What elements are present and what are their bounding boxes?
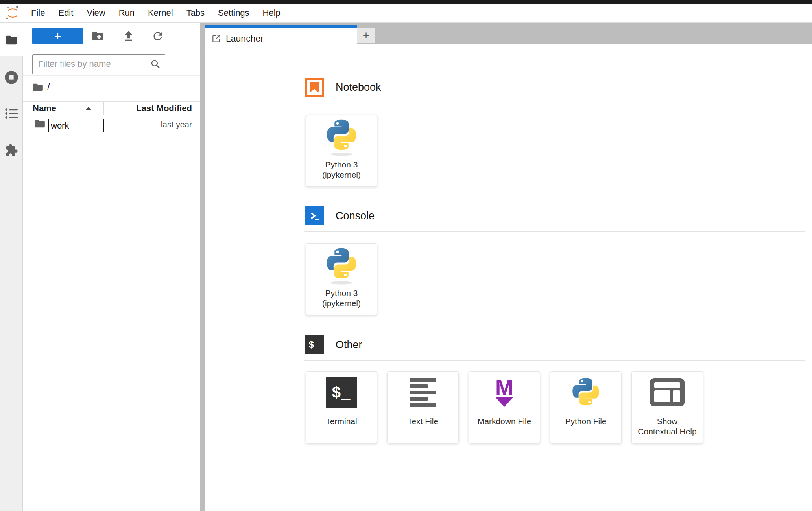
filter-files-input[interactable] (33, 55, 165, 74)
new-launcher-button[interactable]: + (32, 28, 83, 44)
file-browser-panel: + / Name (23, 23, 200, 511)
launcher-card-terminal[interactable]: $_ Terminal (306, 371, 377, 443)
sort-ascending-icon (85, 107, 92, 110)
refresh-icon[interactable] (151, 30, 164, 42)
console-icon (305, 206, 324, 225)
launcher-card-console-python3[interactable]: Python 3 (ipykernel) (306, 243, 377, 315)
folder-icon (5, 33, 18, 47)
directory-listing-header: Name Last Modified (23, 101, 200, 115)
markdown-icon: M (495, 378, 514, 407)
section-title: Other (336, 339, 362, 351)
card-label: Markdown File (478, 416, 531, 426)
section-divider (304, 360, 805, 361)
terminal-icon: $_ (305, 335, 324, 354)
window-chrome-strip (0, 0, 812, 4)
main-dock-panel: Launcher + Notebook (205, 23, 812, 511)
menu-help[interactable]: Help (256, 4, 287, 22)
section-title: Console (336, 210, 375, 222)
toolbar-divider (23, 75, 200, 76)
menu-bar: File Edit View Run Kernel Tabs Settings … (0, 4, 812, 23)
menu-view[interactable]: View (80, 4, 112, 22)
home-folder-icon[interactable] (32, 83, 43, 92)
terminal-icon: $_ (326, 377, 357, 408)
search-icon[interactable] (150, 59, 162, 70)
launcher-card-show-contextual-help[interactable]: Show Contextual Help (631, 371, 703, 443)
python-icon (324, 244, 359, 285)
new-folder-icon[interactable] (91, 30, 104, 42)
tab-label: Launcher (226, 33, 264, 44)
folder-icon (34, 119, 45, 129)
column-header-last-modified[interactable]: Last Modified (103, 102, 200, 115)
section-header-notebook: Notebook (305, 78, 381, 97)
card-label: Show Contextual Help (638, 416, 696, 437)
menu-edit[interactable]: Edit (52, 4, 80, 22)
add-tab-button[interactable]: + (357, 28, 375, 43)
running-sessions-icon[interactable] (4, 70, 19, 85)
jupyter-logo-icon (5, 5, 20, 21)
table-of-contents-icon[interactable] (4, 107, 18, 120)
launcher-card-python-file[interactable]: Python File (550, 371, 622, 443)
card-label: Python File (565, 416, 606, 426)
activity-tab-file-browser[interactable] (0, 23, 23, 56)
extension-manager-icon[interactable] (5, 143, 18, 157)
menu-run[interactable]: Run (112, 4, 141, 22)
card-label: Text File (408, 416, 438, 426)
breadcrumb-root[interactable]: / (47, 82, 50, 93)
section-header-console: Console (305, 206, 375, 225)
card-label: Python 3 (ipykernel) (322, 160, 361, 180)
file-row-work[interactable]: last year (23, 116, 200, 134)
menu-items: File Edit View Run Kernel Tabs Settings … (24, 4, 287, 22)
menu-tabs[interactable]: Tabs (180, 4, 211, 22)
python-icon (324, 115, 359, 156)
filter-box (32, 54, 165, 74)
launcher-body: Notebook (205, 50, 812, 511)
jupyterlab-window: File Edit View Run Kernel Tabs Settings … (0, 0, 812, 511)
menu-file[interactable]: File (24, 4, 52, 22)
launcher-card-markdown-file[interactable]: M Markdown File (469, 371, 540, 443)
inspector-icon (650, 372, 685, 413)
menu-settings[interactable]: Settings (211, 4, 256, 22)
notebook-icon (305, 78, 324, 97)
file-last-modified: last year (161, 120, 192, 129)
tab-launcher[interactable]: Launcher (205, 25, 357, 50)
python-icon (570, 372, 602, 413)
section-divider (304, 103, 805, 103)
launcher-card-text-file[interactable]: Text File (387, 371, 459, 443)
card-label: Python 3 (ipykernel) (322, 288, 361, 309)
upload-icon[interactable] (122, 30, 135, 42)
section-title: Notebook (336, 81, 381, 94)
panel-resize-handle[interactable] (200, 23, 205, 511)
text-file-icon (410, 378, 436, 407)
rename-file-input[interactable] (48, 119, 104, 132)
card-label: Terminal (326, 416, 357, 426)
section-header-other: $_ Other (305, 335, 362, 354)
breadcrumb: / (32, 81, 50, 94)
launcher-icon (211, 33, 221, 44)
column-header-name[interactable]: Name (23, 102, 103, 115)
section-divider (304, 231, 805, 232)
activity-bar (0, 23, 23, 511)
menu-kernel[interactable]: Kernel (141, 4, 180, 22)
launcher-card-notebook-python3[interactable]: Python 3 (ipykernel) (306, 115, 377, 187)
